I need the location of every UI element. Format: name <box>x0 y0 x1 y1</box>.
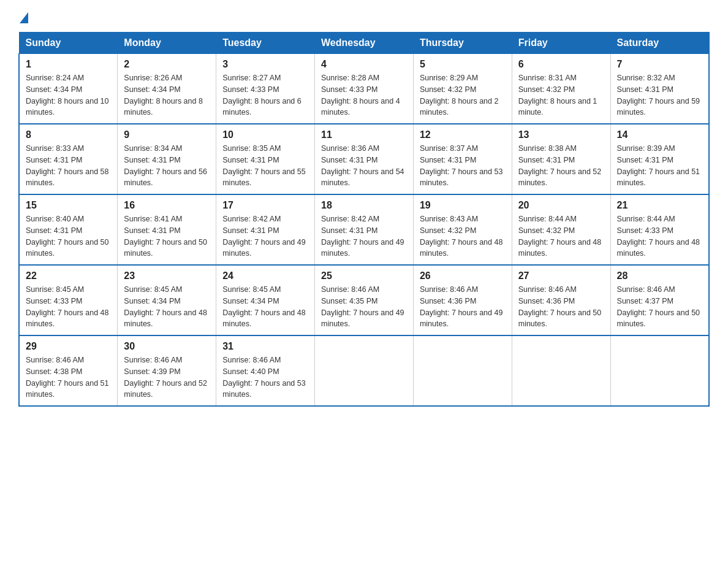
calendar-header: SundayMondayTuesdayWednesdayThursdayFrid… <box>19 33 709 54</box>
calendar-table: SundayMondayTuesdayWednesdayThursdayFrid… <box>18 32 710 407</box>
day-number: 11 <box>321 129 407 140</box>
calendar-cell-w2d5: 12Sunrise: 8:37 AMSunset: 4:31 PMDayligh… <box>413 124 512 194</box>
day-number: 6 <box>518 59 604 70</box>
logo-triangle-icon <box>20 12 28 23</box>
day-info: Sunrise: 8:40 AMSunset: 4:31 PMDaylight:… <box>26 213 111 259</box>
week-row-4: 22Sunrise: 8:45 AMSunset: 4:33 PMDayligh… <box>19 265 709 335</box>
header-row: SundayMondayTuesdayWednesdayThursdayFrid… <box>19 33 709 54</box>
day-number: 10 <box>222 129 308 140</box>
day-number: 24 <box>222 270 308 282</box>
day-info: Sunrise: 8:33 AMSunset: 4:31 PMDaylight:… <box>26 143 111 189</box>
day-info: Sunrise: 8:46 AMSunset: 4:38 PMDaylight:… <box>26 354 111 400</box>
day-number: 22 <box>26 270 111 282</box>
day-info: Sunrise: 8:28 AMSunset: 4:33 PMDaylight:… <box>321 72 407 118</box>
day-number: 5 <box>420 59 506 70</box>
week-row-2: 8Sunrise: 8:33 AMSunset: 4:31 PMDaylight… <box>19 124 709 194</box>
day-number: 14 <box>617 129 702 140</box>
calendar-cell-w4d7: 28Sunrise: 8:46 AMSunset: 4:37 PMDayligh… <box>610 265 709 335</box>
day-info: Sunrise: 8:46 AMSunset: 4:40 PMDaylight:… <box>222 354 308 400</box>
calendar-cell-w3d2: 16Sunrise: 8:41 AMSunset: 4:31 PMDayligh… <box>118 194 216 265</box>
calendar-cell-w1d2: 2Sunrise: 8:26 AMSunset: 4:34 PMDaylight… <box>118 54 216 124</box>
header-sunday: Sunday <box>19 33 118 54</box>
page-header <box>18 12 710 26</box>
calendar-cell-w3d3: 17Sunrise: 8:42 AMSunset: 4:31 PMDayligh… <box>216 194 315 265</box>
calendar-cell-w1d3: 3Sunrise: 8:27 AMSunset: 4:33 PMDaylight… <box>216 54 315 124</box>
calendar-cell-w5d1: 29Sunrise: 8:46 AMSunset: 4:38 PMDayligh… <box>19 335 118 406</box>
calendar-cell-w3d4: 18Sunrise: 8:42 AMSunset: 4:31 PMDayligh… <box>315 194 414 265</box>
calendar-cell-w4d6: 27Sunrise: 8:46 AMSunset: 4:36 PMDayligh… <box>512 265 610 335</box>
day-number: 7 <box>617 59 702 70</box>
calendar-cell-w1d4: 4Sunrise: 8:28 AMSunset: 4:33 PMDaylight… <box>315 54 414 124</box>
day-info: Sunrise: 8:35 AMSunset: 4:31 PMDaylight:… <box>222 143 308 189</box>
calendar-cell-w4d1: 22Sunrise: 8:45 AMSunset: 4:33 PMDayligh… <box>19 265 118 335</box>
calendar-cell-w3d1: 15Sunrise: 8:40 AMSunset: 4:31 PMDayligh… <box>19 194 118 265</box>
header-friday: Friday <box>512 33 610 54</box>
day-info: Sunrise: 8:36 AMSunset: 4:31 PMDaylight:… <box>321 143 407 189</box>
day-info: Sunrise: 8:43 AMSunset: 4:32 PMDaylight:… <box>420 213 506 259</box>
day-number: 17 <box>222 200 308 211</box>
day-number: 3 <box>222 59 308 70</box>
day-info: Sunrise: 8:38 AMSunset: 4:31 PMDaylight:… <box>518 143 604 189</box>
calendar-cell-w4d3: 24Sunrise: 8:45 AMSunset: 4:34 PMDayligh… <box>216 265 315 335</box>
header-tuesday: Tuesday <box>216 33 315 54</box>
day-info: Sunrise: 8:45 AMSunset: 4:34 PMDaylight:… <box>222 284 308 330</box>
day-info: Sunrise: 8:46 AMSunset: 4:36 PMDaylight:… <box>518 284 604 330</box>
calendar-cell-w5d3: 31Sunrise: 8:46 AMSunset: 4:40 PMDayligh… <box>216 335 315 406</box>
calendar-body: 1Sunrise: 8:24 AMSunset: 4:34 PMDaylight… <box>19 54 709 407</box>
calendar-cell-w1d1: 1Sunrise: 8:24 AMSunset: 4:34 PMDaylight… <box>19 54 118 124</box>
week-row-3: 15Sunrise: 8:40 AMSunset: 4:31 PMDayligh… <box>19 194 709 265</box>
day-number: 15 <box>26 200 111 211</box>
day-info: Sunrise: 8:41 AMSunset: 4:31 PMDaylight:… <box>124 213 210 259</box>
day-info: Sunrise: 8:37 AMSunset: 4:31 PMDaylight:… <box>420 143 506 189</box>
header-saturday: Saturday <box>610 33 709 54</box>
day-number: 19 <box>420 200 506 211</box>
day-info: Sunrise: 8:46 AMSunset: 4:39 PMDaylight:… <box>124 354 210 400</box>
day-number: 4 <box>321 59 407 70</box>
day-info: Sunrise: 8:44 AMSunset: 4:33 PMDaylight:… <box>617 213 702 259</box>
day-number: 31 <box>222 341 308 352</box>
calendar-cell-w4d4: 25Sunrise: 8:46 AMSunset: 4:35 PMDayligh… <box>315 265 414 335</box>
calendar-cell-w2d1: 8Sunrise: 8:33 AMSunset: 4:31 PMDaylight… <box>19 124 118 194</box>
day-number: 12 <box>420 129 506 140</box>
day-info: Sunrise: 8:29 AMSunset: 4:32 PMDaylight:… <box>420 72 506 118</box>
calendar-cell-w2d3: 10Sunrise: 8:35 AMSunset: 4:31 PMDayligh… <box>216 124 315 194</box>
day-number: 27 <box>518 270 604 282</box>
day-info: Sunrise: 8:44 AMSunset: 4:32 PMDaylight:… <box>518 213 604 259</box>
calendar-cell-w5d6 <box>512 335 610 406</box>
day-info: Sunrise: 8:42 AMSunset: 4:31 PMDaylight:… <box>321 213 407 259</box>
calendar-cell-w2d2: 9Sunrise: 8:34 AMSunset: 4:31 PMDaylight… <box>118 124 216 194</box>
calendar-cell-w5d7 <box>610 335 709 406</box>
calendar-cell-w5d2: 30Sunrise: 8:46 AMSunset: 4:39 PMDayligh… <box>118 335 216 406</box>
day-info: Sunrise: 8:42 AMSunset: 4:31 PMDaylight:… <box>222 213 308 259</box>
day-number: 2 <box>124 59 210 70</box>
day-info: Sunrise: 8:46 AMSunset: 4:37 PMDaylight:… <box>617 284 702 330</box>
day-number: 30 <box>124 341 210 352</box>
calendar-cell-w5d4 <box>315 335 414 406</box>
day-info: Sunrise: 8:34 AMSunset: 4:31 PMDaylight:… <box>124 143 210 189</box>
day-info: Sunrise: 8:39 AMSunset: 4:31 PMDaylight:… <box>617 143 702 189</box>
day-number: 25 <box>321 270 407 282</box>
calendar-cell-w1d5: 5Sunrise: 8:29 AMSunset: 4:32 PMDaylight… <box>413 54 512 124</box>
day-info: Sunrise: 8:32 AMSunset: 4:31 PMDaylight:… <box>617 72 702 118</box>
calendar-cell-w2d7: 14Sunrise: 8:39 AMSunset: 4:31 PMDayligh… <box>610 124 709 194</box>
day-number: 9 <box>124 129 210 140</box>
day-info: Sunrise: 8:27 AMSunset: 4:33 PMDaylight:… <box>222 72 308 118</box>
day-number: 13 <box>518 129 604 140</box>
day-number: 28 <box>617 270 702 282</box>
calendar-cell-w3d7: 21Sunrise: 8:44 AMSunset: 4:33 PMDayligh… <box>610 194 709 265</box>
day-number: 8 <box>26 129 111 140</box>
header-wednesday: Wednesday <box>315 33 414 54</box>
day-number: 1 <box>26 59 111 70</box>
calendar-cell-w2d4: 11Sunrise: 8:36 AMSunset: 4:31 PMDayligh… <box>315 124 414 194</box>
calendar-cell-w4d2: 23Sunrise: 8:45 AMSunset: 4:34 PMDayligh… <box>118 265 216 335</box>
day-info: Sunrise: 8:31 AMSunset: 4:32 PMDaylight:… <box>518 72 604 118</box>
day-info: Sunrise: 8:46 AMSunset: 4:36 PMDaylight:… <box>420 284 506 330</box>
day-number: 21 <box>617 200 702 211</box>
day-number: 23 <box>124 270 210 282</box>
day-info: Sunrise: 8:46 AMSunset: 4:35 PMDaylight:… <box>321 284 407 330</box>
calendar-cell-w1d7: 7Sunrise: 8:32 AMSunset: 4:31 PMDaylight… <box>610 54 709 124</box>
day-number: 26 <box>420 270 506 282</box>
day-info: Sunrise: 8:24 AMSunset: 4:34 PMDaylight:… <box>26 72 111 118</box>
week-row-1: 1Sunrise: 8:24 AMSunset: 4:34 PMDaylight… <box>19 54 709 124</box>
calendar-cell-w3d6: 20Sunrise: 8:44 AMSunset: 4:32 PMDayligh… <box>512 194 610 265</box>
